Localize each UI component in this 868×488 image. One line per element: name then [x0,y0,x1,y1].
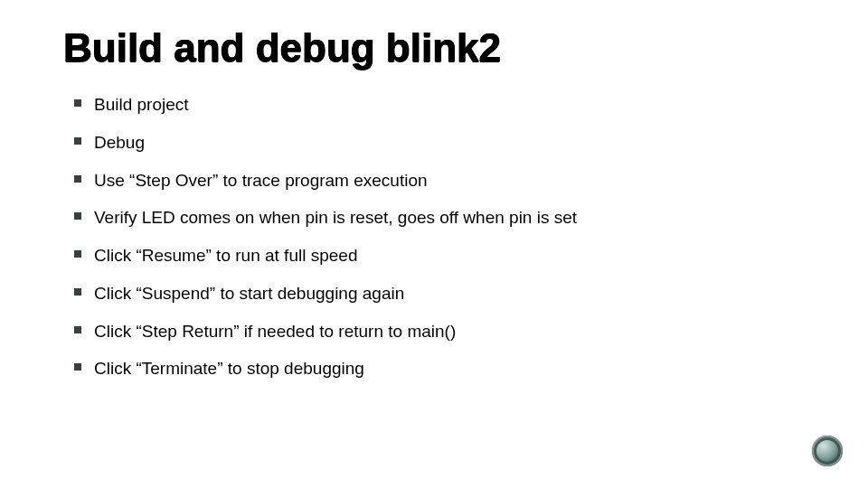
bullet-list: Build project Debug Use “Step Over” to t… [63,94,814,380]
list-item: Click “Resume” to run at full speed [80,245,814,267]
list-item: Use “Step Over” to trace program executi… [80,170,814,192]
slide-title: Build and debug blink2 [63,27,814,69]
list-item: Click “Suspend” to start debugging again [80,283,814,305]
list-item: Build project [80,94,814,116]
list-item: Verify LED comes on when pin is reset, g… [80,207,814,229]
list-item: Click “Terminate” to stop debugging [80,358,814,380]
slide: Build and debug blink2 Build project Deb… [0,0,868,488]
decorative-badge-icon [812,436,843,466]
list-item: Debug [80,132,814,154]
list-item: Click “Step Return” if needed to return … [80,321,814,343]
